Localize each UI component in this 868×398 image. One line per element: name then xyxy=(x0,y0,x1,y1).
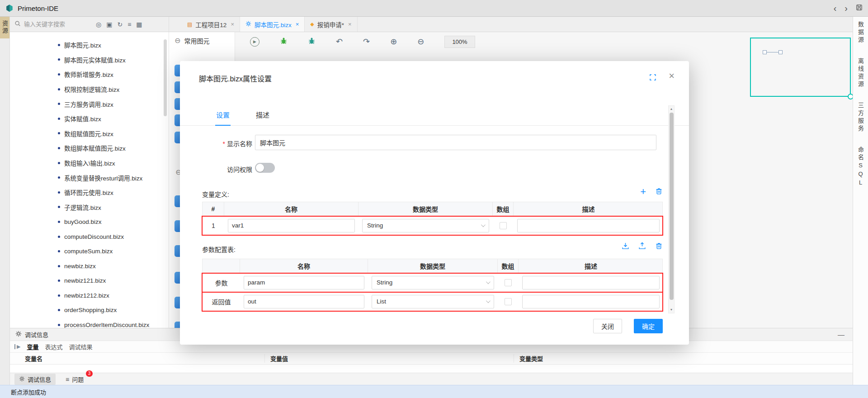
close-tab-icon[interactable]: × xyxy=(296,21,299,28)
tab-debug-results[interactable]: 调试结果 xyxy=(69,342,93,351)
array-checkbox[interactable] xyxy=(505,279,512,286)
file-bullet-icon xyxy=(58,191,60,194)
scrollbar-thumb[interactable] xyxy=(670,113,674,300)
tab-description[interactable]: 描述 xyxy=(256,110,269,125)
tree-file-item[interactable]: 数组脚本赋值图元.bizx xyxy=(10,141,169,156)
tree-file-item[interactable]: buyGood.bizx xyxy=(10,214,169,229)
tree-file-item[interactable]: newbiz1212.bizx xyxy=(10,288,169,303)
delete-variable-icon[interactable] xyxy=(655,187,663,197)
tree-file-item[interactable]: 系统变量替换resturl调用.bizx xyxy=(10,170,169,185)
undo-icon[interactable]: ↶ xyxy=(336,38,343,46)
tree-file-item[interactable]: 数组输入\输出.bizx xyxy=(10,156,169,171)
return-type-select[interactable]: List xyxy=(372,295,494,308)
close-tab-icon[interactable]: × xyxy=(231,21,234,28)
close-tab-icon[interactable]: × xyxy=(348,21,352,28)
variable-name-input[interactable] xyxy=(228,219,355,232)
import-icon[interactable] xyxy=(622,242,629,251)
minimize-icon[interactable]: — xyxy=(838,331,844,338)
tree-file-item[interactable]: 权限控制逻辑流.bizx xyxy=(10,82,169,97)
param-type-select[interactable]: String xyxy=(372,276,494,289)
diamond-icon: ◆ xyxy=(310,21,314,27)
tree-file-item[interactable]: 教师新增服务.bizx xyxy=(10,67,169,82)
redo-icon[interactable]: ↷ xyxy=(363,38,370,46)
scroll-down-icon[interactable]: ▾ xyxy=(669,308,674,312)
tree-file-item[interactable]: 子逻辑流.bizx xyxy=(10,200,169,215)
breakpoint-debug-icon[interactable] xyxy=(308,37,316,47)
tree-file-item[interactable]: 脚本图元.bizx xyxy=(10,38,169,52)
expand-icon[interactable] xyxy=(649,74,656,81)
refresh-icon[interactable]: ↻ xyxy=(117,21,123,28)
tree-file-item[interactable]: 循环图元使用.bizx xyxy=(10,185,169,200)
save-icon[interactable] xyxy=(856,4,863,13)
confirm-button[interactable]: 确定 xyxy=(634,319,663,333)
return-desc-input[interactable] xyxy=(522,295,660,308)
zoom-in-icon[interactable]: ⊕ xyxy=(390,38,397,46)
tree-file-item[interactable]: 数组赋值图元.bizx xyxy=(10,126,169,141)
file-bullet-icon xyxy=(58,118,60,120)
bottom-tab-debug-info[interactable]: 调试信息 xyxy=(14,374,56,385)
run-icon[interactable]: ▶ xyxy=(250,37,259,47)
file-bullet-icon xyxy=(58,73,60,76)
canvas-selection[interactable] xyxy=(750,38,851,97)
panel-tab-offline[interactable]: 离线资源 xyxy=(856,58,865,90)
bottom-tab-problems[interactable]: ≡ 问题 3 xyxy=(61,374,88,385)
flow-node[interactable] xyxy=(763,50,783,54)
editor-tab-script[interactable]: 脚本图元.bizx × xyxy=(240,17,305,32)
dialog-scrollbar[interactable]: ▴ ▾ xyxy=(668,105,675,313)
panel-tab-thirdparty[interactable]: 三方服务 xyxy=(856,102,865,135)
scroll-up-icon[interactable]: ▴ xyxy=(669,107,674,111)
resume-icon[interactable]: ▶ xyxy=(14,344,20,349)
tab-settings[interactable]: 设置 xyxy=(216,110,230,125)
params-table-header: 名称 数据类型 数组 描述 xyxy=(202,259,663,273)
editor-tab-project[interactable]: ▤ 工程项目12 × xyxy=(182,17,240,32)
variable-desc-input[interactable] xyxy=(517,219,660,232)
palette-header[interactable]: ⊖ 常用图元 xyxy=(169,32,235,49)
app-logo-icon xyxy=(5,4,14,12)
param-desc-input[interactable] xyxy=(522,276,660,289)
zoom-level[interactable]: 100% xyxy=(444,36,475,48)
debug-run-icon[interactable] xyxy=(280,37,288,47)
array-checkbox[interactable] xyxy=(505,298,512,305)
list-icon[interactable]: ≡ xyxy=(127,21,131,28)
zoom-out-icon[interactable]: ⊖ xyxy=(417,38,424,46)
delete-param-icon[interactable] xyxy=(655,242,663,251)
back-icon[interactable]: ‹ xyxy=(834,4,837,13)
editor-tab-expense[interactable]: ◆ 报销申请* × xyxy=(305,17,357,32)
tree-file-item[interactable]: newbiz.bizx xyxy=(10,259,169,274)
panel-tab-datasource[interactable]: 数据源 xyxy=(856,21,865,46)
locate-icon[interactable]: ◎ xyxy=(96,21,101,28)
sidebar-tab-resources[interactable]: 资源 xyxy=(0,17,9,38)
file-bullet-icon xyxy=(58,162,60,164)
close-icon[interactable]: × xyxy=(669,71,675,81)
close-button[interactable]: 关闭 xyxy=(593,319,622,333)
add-variable-icon[interactable]: + xyxy=(640,187,646,197)
panel-tab-namedsql[interactable]: 命名SQL xyxy=(856,147,865,190)
node-port-icon xyxy=(778,50,783,54)
tree-file-item[interactable]: orderShopping.bizx xyxy=(10,303,169,318)
tree-file-item[interactable]: newbiz121.bizx xyxy=(10,274,169,289)
array-checkbox[interactable] xyxy=(500,222,507,229)
explorer-scrollbar[interactable] xyxy=(164,39,167,116)
package-icon[interactable]: ▣ xyxy=(106,21,112,28)
grid-icon[interactable]: ▦ xyxy=(136,21,142,28)
export-icon[interactable] xyxy=(638,242,646,251)
file-bullet-icon xyxy=(58,236,60,238)
tab-expressions[interactable]: 表达式 xyxy=(45,342,62,351)
access-permission-toggle[interactable] xyxy=(255,163,275,173)
tab-variables[interactable]: 变量 xyxy=(27,342,38,351)
tree-file-item[interactable]: computeSum.bizx xyxy=(10,244,169,259)
search-input[interactable] xyxy=(24,21,90,28)
variable-type-select[interactable]: String xyxy=(362,219,489,232)
forward-icon[interactable]: › xyxy=(844,4,848,13)
debug-gear-icon xyxy=(19,376,25,383)
tree-file-item[interactable]: 实体赋值.bizx xyxy=(10,111,169,126)
tree-file-item[interactable]: 脚本图元实体赋值.bizx xyxy=(10,52,169,67)
return-name-input[interactable] xyxy=(244,295,364,308)
tree-file-item[interactable]: 三方服务调用.bizx xyxy=(10,96,169,111)
selected-type: String xyxy=(377,279,392,286)
param-name-input[interactable] xyxy=(244,276,364,289)
variables-section-title: 变量定义: xyxy=(202,190,229,199)
collapse-icon[interactable]: ⊖ xyxy=(175,37,180,44)
tree-file-item[interactable]: computeDiscount.bizx xyxy=(10,229,169,244)
display-name-input[interactable] xyxy=(255,135,656,150)
